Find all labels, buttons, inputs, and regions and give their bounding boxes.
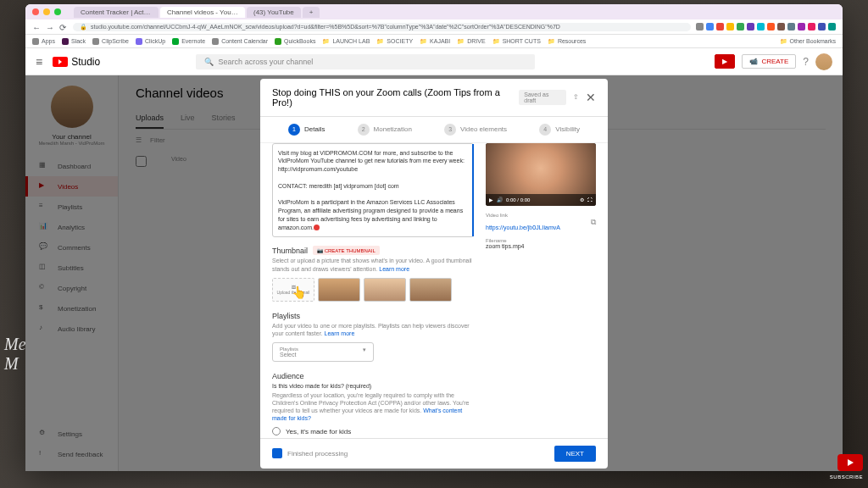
desc-text: CONTACT: meredith [at] vidpromom [dot] c… [278,182,468,191]
avatar[interactable] [815,53,832,70]
close-icon[interactable]: ✕ [586,91,596,104]
bookmark-folder[interactable]: 📁 LAUNCH LAB [322,38,370,45]
step-details[interactable]: 1Details [288,124,325,136]
radio-kids-yes[interactable]: Yes, it's made for kids [272,427,474,435]
bookmark-folder[interactable]: 📁 SHORT CUTS [492,38,541,45]
video-preview[interactable]: ▶ 🔊 0:00 / 0:00 ⚙ ⛶ [486,143,596,206]
upload-button[interactable]: ▶ [715,54,735,69]
extension-icon[interactable] [787,23,795,30]
learn-more-link[interactable]: Learn more [379,266,409,272]
forward-icon[interactable]: → [46,23,54,31]
processing-icon [272,448,282,458]
back-icon[interactable]: ← [32,23,41,31]
description-textarea[interactable]: Visit my blog at VIDPROMOM.COM for more,… [272,143,474,238]
step-elements[interactable]: 3Video elements [444,124,507,136]
next-button[interactable]: NEXT [554,446,596,462]
bookmark[interactable]: QuickBooks [275,38,315,45]
playlists-select[interactable]: PlaylistsSelect ▾ [272,342,374,362]
thumbnail-option[interactable] [364,278,406,302]
thumbnail-heading: Thumbnail [272,247,308,255]
search-input[interactable]: 🔍 Search across your channel [196,54,535,69]
audience-heading: Audience [272,372,474,380]
learn-more-link[interactable]: Learn more [325,330,355,336]
stepper: 1Details 2Monetization 3Video elements 4… [260,117,608,143]
gear-icon[interactable]: ⚙ [580,197,584,202]
subscribe-label: SUBSCRIBE [830,474,863,480]
bookmark[interactable]: ClipScribe [92,38,129,45]
reload-icon[interactable]: ⟳ [59,23,68,31]
extension-icon[interactable] [716,23,724,30]
create-button[interactable]: 📹 CREATE [742,54,796,69]
youtube-icon [53,57,68,67]
browser-tab[interactable]: Content Tracker | Active [74,7,159,18]
volume-icon[interactable]: 🔊 [497,197,503,202]
browser-tab[interactable]: Channel videos - YouTube Stu [160,7,245,18]
feedback-icon[interactable]: ⇪ [573,93,579,101]
studio-header: ≡ Studio 🔍 Search across your channel ▶ … [25,48,843,75]
desc-text: VidProMom is a participant in the Amazon… [278,199,463,230]
processing-status: Finished processing [272,448,348,458]
bookmark-folder[interactable]: 📁 KAJABI [420,38,450,45]
bookmarks-bar: Apps Slack ClipScribe ClickUp Evernote C… [25,35,843,48]
extension-icon[interactable] [777,23,785,30]
thumbnail-option[interactable] [318,278,360,302]
window-close[interactable] [32,8,39,15]
bookmark[interactable]: ClickUp [136,38,165,45]
bookmark[interactable]: Evernote [172,38,205,45]
extension-icon[interactable] [747,23,754,30]
hamburger-icon[interactable]: ≡ [36,55,42,69]
thumbnail-option[interactable] [409,278,452,302]
youtube-play-badge[interactable] [837,454,863,471]
chevron-down-icon: ▾ [363,347,366,358]
video-controls: ▶ 🔊 0:00 / 0:00 ⚙ ⛶ [486,194,596,206]
bookmark-folder[interactable]: 📁 SOCIETY [376,38,413,45]
step-visibility[interactable]: 4Visibility [539,124,580,136]
extension-icon[interactable] [767,23,775,30]
window-maximize[interactable] [54,8,61,15]
window-minimize[interactable] [43,8,50,15]
fullscreen-icon[interactable]: ⛶ [587,197,593,202]
cursor-icon: 👆 [292,286,306,299]
extension-icon[interactable] [828,23,836,30]
modal-overlay: Stop doing THIS on your Zoom calls (Zoom… [25,75,843,471]
video-link[interactable]: https://youtu.be/jb0JLIiamvA [486,225,560,230]
upload-modal: Stop doing THIS on your Zoom calls (Zoom… [260,79,608,469]
bookmark-folder[interactable]: 📁 DRIVE [457,38,485,45]
help-icon[interactable]: ? [803,56,809,68]
bookmark-folder[interactable]: 📁 Resources [548,38,586,45]
audience-question: Is this video made for kids? (required) [272,383,474,389]
browser-window: Content Tracker | Active Channel videos … [25,4,843,471]
extension-icon[interactable] [696,23,704,30]
extension-icon[interactable] [808,23,815,30]
playlists-desc: Add your video to one or more playlists.… [272,323,470,336]
modal-title: Stop doing THIS on your Zoom calls (Zoom… [272,87,519,108]
url-bar[interactable]: 🔒 studio.youtube.com/channel/UCCbmJ-4-qW… [73,23,691,31]
step-monetization[interactable]: 2Monetization [358,124,412,136]
extension-icons [696,23,836,30]
other-bookmarks[interactable]: 📁 Other Bookmarks [780,38,836,45]
extension-icon[interactable] [757,23,765,30]
browser-tab[interactable]: (43) YouTube [247,7,301,18]
search-icon: 🔍 [204,58,214,66]
create-thumbnail-button[interactable]: 📷 CREATE THUMBNAIL [313,246,380,255]
bookmark[interactable]: Content Calendar [212,38,268,45]
extension-icon[interactable] [737,23,744,30]
thumbnail-desc: Select or upload a picture that shows wh… [272,258,472,271]
lock-icon: 🔒 [80,24,87,30]
bookmark[interactable]: Apps [32,38,55,45]
extension-icon[interactable] [706,23,714,30]
logo-text: Studio [71,56,100,68]
extension-icon[interactable] [818,23,826,30]
upload-thumbnail-button[interactable]: 🖼 Upload thumbnail 👆 [272,278,314,302]
desc-text: Visit my blog at VIDPROMOM.COM for more,… [278,149,468,174]
new-tab-button[interactable]: + [303,7,320,18]
saved-badge: Saved as draft [519,90,566,105]
extension-icon[interactable] [726,23,734,30]
filename: zoom tips.mp4 [486,243,596,249]
extension-icon[interactable] [798,23,805,30]
studio-logo[interactable]: Studio [53,56,100,68]
emoji-icon [314,225,320,230]
bookmark[interactable]: Slack [62,38,86,45]
play-icon[interactable]: ▶ [489,197,493,202]
copy-icon[interactable]: ⧉ [591,218,596,227]
